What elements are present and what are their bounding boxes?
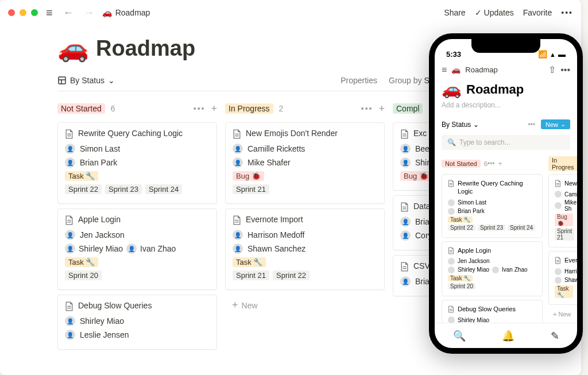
type-tag: Task 🔧	[555, 285, 573, 298]
tab-notifications-icon[interactable]: 🔔	[502, 330, 514, 342]
minimize-window-button[interactable]	[20, 9, 26, 16]
board-card[interactable]: Apple Login👤Jen Jackson👤Shirley Miao👤Iva…	[57, 208, 217, 290]
type-tag: Bug 🐞	[233, 171, 264, 181]
plus-icon: +	[232, 299, 238, 311]
board-column: Not Started6•••+ Rewrite Query Caching L…	[442, 158, 543, 323]
document-icon	[448, 180, 454, 187]
page-emoji[interactable]: 🚗	[57, 33, 89, 63]
phone-time: 5:33	[446, 50, 461, 59]
add-card-icon[interactable]: +	[211, 103, 217, 115]
card-title: Evern	[555, 256, 573, 264]
card-title: Apple Login	[65, 215, 210, 225]
document-icon	[448, 247, 454, 254]
board-card[interactable]: Apple LoginJen JacksonShirley Miao Ivan …	[442, 241, 543, 296]
card-title: New Emojis Don't Render	[233, 129, 377, 139]
mobile-emoji[interactable]: 🚗	[442, 80, 462, 99]
card-assignee: 👤Shirley Miao	[65, 316, 210, 326]
mobile-view-dots[interactable]: •••	[528, 121, 535, 129]
status-pill[interactable]: Not Started	[57, 103, 105, 114]
mobile-more-icon[interactable]: •••	[560, 65, 570, 75]
mobile-current-view[interactable]: By Status ⌄	[442, 121, 479, 129]
page-icon: 🚗	[102, 8, 112, 17]
card-title: Evernote Import	[233, 215, 377, 225]
properties-button[interactable]: Properties	[341, 76, 377, 85]
card-assignee: 👤Brian Park	[65, 157, 210, 168]
board-card[interactable]: Rewrite Query Caching Logic👤Simon Last👤B…	[57, 122, 217, 204]
avatar: 👤	[400, 144, 411, 154]
status-pill[interactable]: In Progress	[225, 103, 273, 114]
mobile-title[interactable]: Roadmap	[466, 82, 524, 97]
card-assignee: 👤Harrison Medoff	[233, 230, 377, 240]
page-title[interactable]: Roadmap	[96, 36, 195, 61]
column-menu-button[interactable]: •••	[194, 104, 206, 113]
board-card[interactable]: NewCamilleMike ShBug 🐞Sprint 21	[548, 174, 577, 248]
mobile-page-name[interactable]: Roadmap	[465, 65, 497, 74]
chevron-down-icon: ⌄	[473, 121, 479, 129]
status-pill[interactable]: Compl	[393, 103, 423, 114]
mobile-new-button[interactable]: New⌄	[541, 119, 570, 129]
document-icon	[233, 129, 241, 139]
avatar: 👤	[233, 230, 243, 240]
close-window-button[interactable]	[8, 9, 15, 16]
card-assignee: 👤Shawn Sanchez	[233, 243, 377, 254]
status-pill[interactable]: Not Started	[442, 160, 481, 168]
mobile-search-input[interactable]: 🔍 Type to search...	[442, 135, 570, 150]
type-tag: Task 🔧	[233, 257, 266, 267]
avatar: 👤	[65, 316, 75, 326]
share-button[interactable]: Share	[444, 8, 465, 17]
avatar	[492, 266, 499, 273]
menu-icon[interactable]: ≡	[44, 5, 55, 21]
avatar: 👤	[65, 243, 75, 254]
board-card[interactable]: Debug Slow Queries👤Shirley Miao👤Leslie J…	[57, 295, 217, 350]
column-menu-button[interactable]: •••	[488, 160, 495, 168]
add-card-button[interactable]: + New	[548, 308, 577, 320]
forward-button[interactable]: →	[82, 6, 96, 20]
sprint-tag: Sprint 22	[65, 184, 102, 194]
sprint-tag: Sprint 21	[555, 228, 574, 241]
share-icon[interactable]: ⇧	[548, 64, 556, 75]
card-title: Debug Slow Queries	[65, 301, 210, 311]
sprint-tag: Sprint 24	[508, 225, 535, 231]
board-card[interactable]: Debug Slow QueriesShirley Miao	[442, 300, 543, 323]
board-icon	[57, 76, 67, 85]
card-title: Debug Slow Queries	[448, 305, 536, 313]
sprint-tag: Sprint 21	[233, 184, 269, 194]
current-view[interactable]: By Status ⌄	[57, 76, 115, 85]
titlebar-actions: Share ✓ Updates Favorite •••	[444, 8, 573, 17]
avatar	[555, 268, 562, 275]
column-header: Not Started6•••+	[57, 100, 217, 117]
board-card[interactable]: New Emojis Don't Render👤Camille Ricketts…	[225, 122, 385, 204]
avatar: 👤	[65, 144, 75, 154]
card-assignee: 👤Mike Shafer	[233, 157, 377, 168]
favorite-button[interactable]: Favorite	[523, 8, 552, 17]
document-icon	[65, 129, 74, 139]
type-tag: Task 🔧	[448, 217, 473, 223]
card-assignee: Brian Park	[448, 208, 536, 215]
avatar	[448, 208, 455, 215]
mobile-menu-icon[interactable]: ≡	[442, 65, 447, 75]
tab-compose-icon[interactable]: ✎	[551, 330, 559, 342]
card-title: New	[555, 179, 573, 187]
avatar	[555, 191, 562, 198]
more-menu-button[interactable]: •••	[561, 8, 573, 17]
card-assignee: Simon Last	[448, 199, 536, 206]
add-card-button[interactable]: +New	[225, 295, 385, 316]
column-count: 6	[111, 104, 115, 113]
back-button[interactable]: ←	[61, 6, 76, 20]
sprint-tag: Sprint 21	[233, 270, 269, 280]
status-pill[interactable]: In Progres	[548, 156, 577, 171]
column-menu-button[interactable]: •••	[361, 104, 373, 113]
add-card-icon[interactable]: +	[498, 160, 502, 168]
phone-mockup: 5:33 📶 ▲ ▬ ≡ 🚗 Roadmap ⇧ ••• 🚗 Roadmap A…	[429, 33, 583, 354]
tab-search-icon[interactable]: 🔍	[453, 330, 466, 342]
board-card[interactable]: EvernHarrisoShawnTask 🔧	[548, 251, 577, 304]
board-card[interactable]: Evernote Import👤Harrison Medoff👤Shawn Sa…	[225, 208, 385, 290]
mobile-description[interactable]: Add a description...	[442, 101, 570, 109]
board-card[interactable]: Rewrite Query Caching LogicSimon LastBri…	[442, 174, 543, 238]
add-card-icon[interactable]: +	[378, 103, 385, 115]
maximize-window-button[interactable]	[31, 9, 38, 16]
updates-button[interactable]: ✓ Updates	[475, 8, 514, 17]
breadcrumb[interactable]: 🚗 Roadmap	[102, 8, 150, 17]
battery-icon: ▬	[558, 50, 566, 59]
document-icon	[400, 262, 409, 272]
